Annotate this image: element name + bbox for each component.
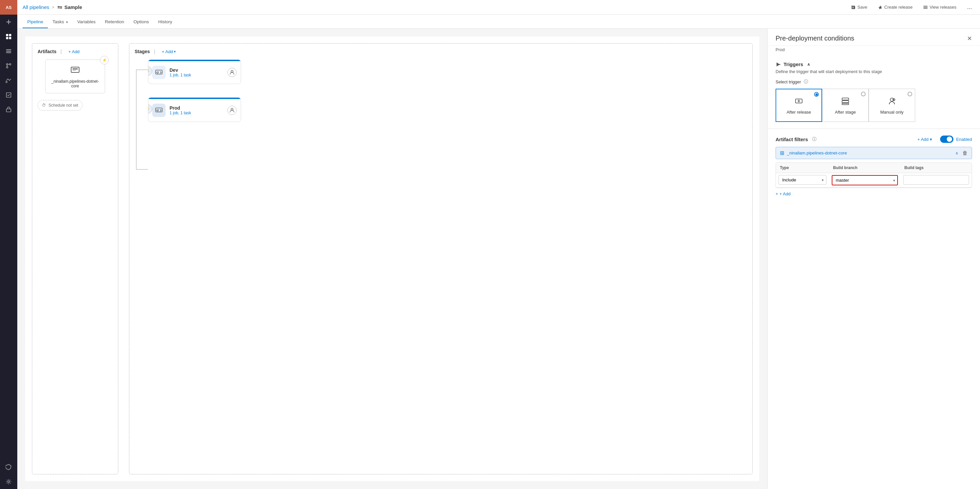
breadcrumb-sep: >	[52, 5, 54, 10]
tags-input[interactable]	[903, 175, 969, 185]
tab-variables[interactable]: Variables	[72, 16, 100, 28]
create-release-label: Create release	[884, 5, 913, 10]
triggers-icon	[776, 62, 781, 67]
svg-rect-0	[6, 34, 8, 36]
enabled-label: Enabled	[956, 137, 972, 142]
tab-history[interactable]: History	[154, 16, 177, 28]
view-releases-label: View releases	[929, 5, 956, 10]
tab-tasks[interactable]: Tasks ▾	[48, 16, 72, 28]
add-artifact-button[interactable]: + Add	[68, 49, 80, 54]
save-button[interactable]: Save	[848, 3, 870, 11]
artifacts-header: Artifacts | + Add	[38, 49, 113, 54]
prod-person-icon[interactable]	[228, 106, 237, 115]
svg-point-9	[6, 67, 8, 68]
sidebar-item-add[interactable]	[0, 14, 17, 29]
stage-card-dev: ⚡ Dev 1 job, 1 task	[148, 59, 241, 84]
schedule-card[interactable]: ⏱ Schedule not set	[38, 100, 83, 111]
close-panel-button[interactable]: ✕	[967, 35, 972, 42]
topbar: All pipelines > Sample Save Create relea…	[17, 0, 980, 14]
save-label: Save	[858, 5, 867, 10]
svg-point-10	[6, 81, 7, 83]
artifact-filter-info-icon: ⓘ	[812, 136, 816, 142]
filter-row-0: Include Exclude ▾ mast	[776, 173, 972, 188]
sidebar-item-settings[interactable]	[0, 475, 17, 489]
sidebar-item-overview[interactable]	[0, 29, 17, 44]
tab-pipeline[interactable]: Pipeline	[22, 16, 48, 28]
dev-stage-body: Dev 1 job, 1 task	[148, 61, 241, 84]
manual-only-label: Manual only	[880, 110, 904, 114]
svg-point-26	[231, 108, 233, 110]
svg-rect-3	[9, 37, 11, 39]
all-pipelines-link[interactable]: All pipelines	[22, 4, 49, 10]
add-btn-label: + Add	[918, 137, 929, 142]
svg-rect-19	[923, 8, 928, 9]
add-filter-plus: +	[776, 191, 778, 196]
connector-v	[136, 70, 137, 169]
add-stage-button[interactable]: + Add ▾	[162, 49, 176, 54]
svg-point-27	[780, 64, 781, 65]
triggers-collapse-icon[interactable]: ∧	[807, 62, 810, 67]
trigger-after-release[interactable]: After release	[776, 89, 822, 122]
select-trigger-label: Select trigger	[776, 79, 801, 84]
stages-area: ⚡ Dev 1 job, 1 task	[135, 59, 747, 122]
tab-tasks-label: Tasks	[52, 19, 64, 24]
trigger-options-row: After release After stage	[776, 89, 972, 122]
svg-point-8	[9, 64, 11, 65]
trigger-after-stage[interactable]: After stage	[822, 89, 869, 122]
sidebar-item-pipelines[interactable]	[0, 73, 17, 88]
pipeline-name: Sample	[65, 4, 82, 10]
right-panel: Pre-deployment conditions ✕ Prod Trigger…	[767, 29, 980, 489]
enabled-toggle-label[interactable]: Enabled	[940, 135, 972, 143]
topbar-actions: Save Create release View releases ...	[848, 2, 975, 12]
source-delete-button[interactable]: 🗑	[963, 150, 968, 156]
create-release-icon	[878, 5, 883, 10]
after-stage-icon	[841, 96, 850, 108]
add-filter-button[interactable]: + Add ▾	[918, 137, 932, 142]
dev-stage-icon	[152, 66, 165, 79]
branch-cell: master main develop release ▾	[829, 173, 900, 187]
svg-point-12	[8, 481, 10, 483]
create-release-button[interactable]: Create release	[875, 3, 915, 11]
prod-stage-name: Prod	[170, 105, 191, 111]
filter-table-header: Type Build branch Build tags	[776, 163, 972, 173]
build-branch-column-header: Build branch	[829, 163, 900, 173]
type-select[interactable]: Include Exclude	[778, 175, 826, 185]
tab-retention[interactable]: Retention	[100, 16, 129, 28]
artifacts-label: Artifacts	[38, 49, 57, 54]
artifact-lightning-button[interactable]: ⚡	[100, 56, 109, 64]
stages-label: Stages	[135, 49, 150, 54]
right-panel-title: Pre-deployment conditions	[776, 35, 854, 42]
after-release-icon	[794, 96, 803, 108]
svg-rect-11	[6, 109, 11, 112]
more-actions-button[interactable]: ...	[964, 2, 975, 12]
breadcrumb: All pipelines > Sample	[22, 4, 82, 10]
branch-select[interactable]: master main develop release	[832, 175, 898, 185]
dev-icon	[155, 68, 163, 76]
dev-person-icon[interactable]	[228, 68, 237, 77]
artifact-icon	[50, 64, 100, 77]
svg-rect-22	[72, 70, 76, 71]
trigger-manual-only[interactable]: Manual only	[869, 89, 915, 122]
sidebar-item-testplans[interactable]	[0, 88, 17, 102]
after-release-radio	[814, 92, 819, 97]
svg-rect-29	[842, 98, 849, 100]
right-panel-header: Pre-deployment conditions ✕	[768, 29, 980, 46]
add-filter-link-button[interactable]: + + Add	[776, 188, 791, 200]
type-cell: Include Exclude ▾	[776, 173, 829, 187]
sidebar-item-boards[interactable]	[0, 44, 17, 59]
type-dropdown-wrapper: Include Exclude ▾	[778, 175, 826, 185]
nav-tabs: Pipeline Tasks ▾ Variables Retention Opt…	[17, 14, 980, 29]
source-expand-icon[interactable]: ∧	[955, 151, 958, 156]
svg-rect-30	[842, 101, 849, 103]
tab-options[interactable]: Options	[129, 16, 154, 28]
sidebar-item-repos[interactable]	[0, 59, 17, 73]
view-releases-button[interactable]: View releases	[921, 3, 959, 11]
sidebar-item-artifacts-nav[interactable]	[0, 102, 17, 117]
pipeline-canvas: Artifacts | + Add ⚡ _ninallam.pipelines-…	[17, 29, 767, 489]
artifact-filters-label: Artifact filters	[776, 137, 808, 142]
prod-stage-icon	[152, 104, 165, 117]
connector-h-prod	[136, 169, 148, 170]
type-column-header: Type	[776, 163, 829, 173]
add-btn-caret: ▾	[930, 137, 932, 142]
sidebar-item-security[interactable]	[0, 460, 17, 475]
